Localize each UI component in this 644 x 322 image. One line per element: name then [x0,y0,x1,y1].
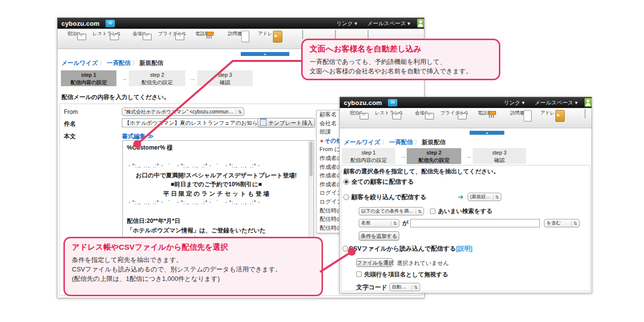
toolbar-item-shukuhaku[interactable]: 宿泊G [340,108,373,128]
toolbar-item-visit-history[interactable]: 訪問履歴 [221,29,254,49]
template-insert-button[interactable]: テンプレート挿入 [258,118,315,128]
ignore-header-label: 先頭行を項目名として無視する [364,270,448,279]
toolbar-item-bridal[interactable]: ブライダルG [438,108,471,128]
breadcrumb-section[interactable]: 一斉配信 [107,59,130,66]
step-arrow: → [189,75,196,82]
toolbar-item-kaijo[interactable]: 会場G [123,29,156,49]
match-type-select[interactable]: を含む⇅ [544,219,580,227]
callout-body: 一斉配信であっても、予約語機能を利用して、 文面へお客様の会社名やお名前を自動で… [310,57,492,76]
breadcrumb-current: 新規配信 [139,59,163,66]
cybozu-logo: cybozu.com [61,20,100,27]
app-indicator: ▲ [241,52,289,56]
body-line: ・*:.。..。.:*・゜゚・*:.。..。.:*・゜゚・*:.。..。.:*・ [127,161,306,171]
breadcrumb: メールワイズ〉一斉配信〉新規配信 [61,59,163,67]
cybozu-logo: cybozu.com [344,99,382,107]
mail-app-icon[interactable]: ✉ [106,20,115,27]
radio-all-customers-label: 全ての顧客に配信する [351,178,414,186]
user-icon[interactable] [585,98,591,107]
toolbar-item-phone-history[interactable]: 電話履歴 [471,108,503,128]
select-stepper-icon: ⇅ [493,195,499,200]
mailspace-menu[interactable]: メールスペース ▾ [530,99,583,107]
compose-instruction: 配信メールの内容を入力してください。 [61,93,170,102]
step2-box: step 2配信先の設定 [129,70,185,86]
toolbar-item-bridal[interactable]: ブライダルG [156,29,188,49]
fuzzy-search-label: あいまい検索をする [438,207,492,215]
select-stepper-icon: ⇅ [391,221,397,226]
app-indicator: ▲ [470,131,504,135]
partial-icon [585,109,586,118]
toolbar-item-partial[interactable] [569,108,601,128]
mailspace-menu[interactable]: メールスペース ▾ [362,20,415,27]
step3-box: step 3確認 [473,148,526,164]
from-select[interactable]: "株式会社ホテルボウズマン" <cybozu.community@gmail.c… [122,107,244,116]
subject-label: 件名 [64,120,76,128]
link-menu[interactable]: リンク ▾ [499,99,530,107]
user-icon[interactable] [417,19,424,28]
particle-label: が [402,219,408,227]
body-line: ■前日までのご予約で10%割引に■ [127,180,306,189]
breadcrumb: メールワイズ〉一斉配信〉新規配信 [344,138,445,147]
step-arrow: → [400,153,406,160]
toolbar-item-visit-history[interactable]: 訪問履歴 [503,108,536,128]
select-stepper-icon: ⇅ [412,285,418,290]
field-select[interactable]: 名前⇅ [359,219,399,227]
template-icon [260,118,267,126]
partial-icon [335,30,336,39]
right-toolbar: 宿泊G レストランG 会場G ブライダルG 電話履歴 訪問履歴 アドレス帳 [340,108,591,128]
recipient-instruction: 顧客の選択条件を指定して、配信先を抽出してください。 [343,167,499,176]
body-line: 配信日:20**年*月*日 [127,216,306,226]
radio-filter-customers-label: 顧客を絞り込んで配信する [351,193,427,202]
mail-app-icon[interactable]: ✉ [388,99,397,107]
link-menu[interactable]: リンク ▾ [331,20,362,27]
breadcrumb-current: 新規配信 [422,139,445,146]
body-line: ・*:.。..。.:*・゜゚・*:.。..。.:*・゜゚・*:.。..。.:*・ [127,198,306,208]
toolbar-item-shukuhaku[interactable]: 宿泊G [57,29,90,49]
ignore-header-checkbox[interactable] [356,271,362,277]
file-status-text: 選択されていません [397,260,449,267]
charset-select[interactable]: 自動判定⇅ [389,283,420,291]
csv-help-link[interactable]: [説明] [456,245,472,252]
body-label: 本文 [64,132,76,141]
step3-box: step 3確認 [197,70,253,86]
toolbar-item-phone-history[interactable]: 電話履歴 [188,29,221,49]
step1-box: step 1配信内容の設定 [61,70,116,86]
callout-auto-merge: 文面へお客様名を自動差し込み 一斉配信であっても、予約語機能を利用して、 文面へ… [301,39,500,80]
breadcrumb-section[interactable]: 一斉配信 [389,139,413,146]
step-arrow: → [465,153,472,160]
window-compose-step2: cybozu.com ✉ リンク ▾ メールスペース ▾ 宿泊G レストランG … [339,97,592,293]
body-line: 「ホテルボウズマン情報」は、ご登録をいただいた [127,226,306,235]
saved-filter-select[interactable]: (新規絞込)⇅ [468,193,501,201]
toolbar-item-restaurant[interactable]: レストランG [90,29,123,49]
condition-logic-select[interactable]: 以下の全ての条件を満たす⇅ [359,207,424,215]
green-arrow-icon: ➜ [458,193,464,201]
body-line [127,208,306,217]
fuzzy-search-checkbox[interactable] [430,209,435,214]
body-line: %Customer% 様 [127,143,306,153]
body-line: 平 日 限 定 の ラ ン チ セ ッ ト も 登 場 [127,189,306,199]
callout-body: 条件を指定して宛先を抽出できます。 CSVファイルも読み込めるので、別システムの… [72,255,315,283]
toolbar-item-kaijo[interactable]: 会場G [405,108,438,128]
radio-csv-import[interactable] [342,246,348,252]
toolbar-item-addressbook[interactable]: アドレス帳 [254,29,286,49]
choose-file-button[interactable]: ファイルを選択 [356,258,393,267]
callout-title: アドレス帳やCSVファイルから配信先を選択 [72,242,315,253]
filter-value-input[interactable] [410,219,540,227]
toolbar-item-addressbook[interactable]: アドレス帳 [536,108,569,128]
radio-filter-customers[interactable] [343,194,349,200]
radio-all-customers[interactable] [343,179,349,185]
select-stepper-icon: ⇅ [236,109,242,114]
select-stepper-icon: ⇅ [416,209,422,214]
body-line [127,153,306,162]
step-arrow: → [121,75,127,82]
breadcrumb-app[interactable]: メールワイズ [61,59,98,66]
partial-icon [368,30,369,39]
add-condition-button[interactable]: 条件を追加する [359,231,399,241]
toolbar-item-restaurant[interactable]: レストランG [373,108,405,128]
breadcrumb-app[interactable]: メールワイズ [344,139,380,146]
select-stepper-icon: ⇅ [571,221,577,226]
charset-label: 文字コード [356,283,387,292]
format-edit-link[interactable]: 書式編集 ≫ [122,132,154,141]
body-line: お口の中で夏満開!スペシャルアイスデザートプレート登場! [127,171,306,180]
left-topbar: cybozu.com ✉ リンク ▾ メールスペース ▾ [57,18,424,29]
callout-csv-select: アドレス帳やCSVファイルから配信先を選択 条件を指定して宛先を抽出できます。 … [63,237,323,296]
